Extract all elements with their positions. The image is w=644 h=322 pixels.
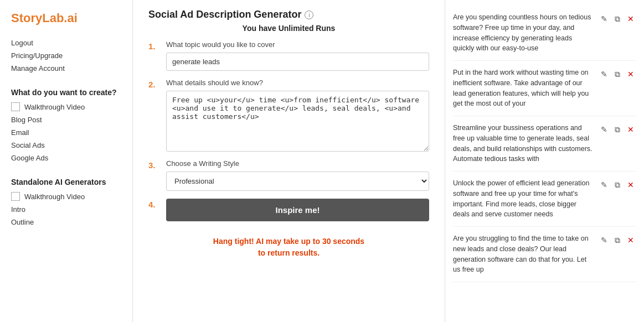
- unlimited-runs-label: You have Unlimited Runs: [148, 24, 429, 33]
- edit-icon-1[interactable]: ✎: [599, 69, 610, 80]
- sidebar-item-standalone-walkthrough-label: Walkthrough Video: [24, 193, 85, 201]
- step-2-inner: What details should we know? Free up <u>…: [166, 79, 429, 152]
- page-title: Social Ad Description Generator: [148, 9, 301, 20]
- sidebar-item-standalone-walkthrough[interactable]: Walkthrough Video: [11, 192, 121, 201]
- step-4-row: 4. Inspire me!: [148, 199, 429, 221]
- sidebar-item-intro[interactable]: Intro: [11, 205, 121, 214]
- sidebar-item-walkthrough-video-label: Walkthrough Video: [24, 103, 85, 111]
- copy-icon-1[interactable]: ⧉: [612, 69, 623, 80]
- result-text-2: Streamline your bussiness operations and…: [453, 123, 594, 164]
- logo-text: StoryLab.ai: [11, 11, 78, 25]
- step-1-label: What topic would you like to cover: [166, 40, 429, 49]
- edit-icon-4[interactable]: ✎: [599, 235, 610, 246]
- sidebar-section1-items: Walkthrough VideoBlog PostEmailSocial Ad…: [11, 102, 121, 167]
- form-section: 1. What topic would you like to cover 2.…: [148, 40, 429, 259]
- step-2-row: 2. What details should we know? Free up …: [148, 79, 429, 152]
- result-item-0: Are you spending countless hours on tedi…: [453, 6, 636, 61]
- edit-icon-0[interactable]: ✎: [599, 13, 610, 24]
- step-2-label: What details should we know?: [166, 79, 429, 87]
- step-3-label: Choose a Writing Style: [166, 159, 429, 168]
- result-item-2: Streamline your bussiness operations and…: [453, 116, 636, 172]
- sidebar-item-outline[interactable]: Outline: [11, 218, 121, 226]
- results-panel: Are you spending countless hours on tedi…: [445, 0, 644, 322]
- result-text-4: Are you struggling to find the time to t…: [453, 233, 594, 275]
- step-2-num: 2.: [148, 79, 161, 89]
- pricing-link[interactable]: Pricing/Upgrade: [11, 51, 121, 60]
- result-text-3: Unlock the power of efficient lead gener…: [453, 178, 594, 220]
- main-content: Social Ad Description Generator i You ha…: [133, 0, 445, 322]
- waiting-message: Hang tight! AI may take up to 30 seconds…: [148, 236, 429, 259]
- result-text-0: Are you spending countless hours on tedi…: [453, 12, 594, 54]
- sidebar-item-social-ads[interactable]: Social Ads: [11, 141, 121, 149]
- waiting-line1: Hang tight! AI may take up to 30 seconds: [213, 237, 364, 246]
- result-actions-2: ✎⧉✕: [599, 124, 636, 135]
- step-1-num: 1.: [148, 40, 161, 51]
- close-icon-1[interactable]: ✕: [625, 69, 636, 80]
- sidebar-item-blog-post[interactable]: Blog Post: [11, 116, 121, 124]
- result-text-1: Put in the hard work without wasting tim…: [453, 67, 594, 109]
- step-1-row: 1. What topic would you like to cover: [148, 40, 429, 71]
- step-4-num: 4.: [148, 199, 161, 209]
- section1-title: What do you want to create?: [11, 88, 121, 97]
- copy-icon-3[interactable]: ⧉: [612, 179, 623, 190]
- close-icon-2[interactable]: ✕: [625, 124, 636, 135]
- close-icon-3[interactable]: ✕: [625, 179, 636, 190]
- writing-style-select[interactable]: ProfessionalCasualFriendlyFormal: [166, 172, 429, 191]
- sidebar: StoryLab.ai LogoutPricing/UpgradeManage …: [0, 0, 133, 322]
- sidebar-nav: LogoutPricing/UpgradeManage Account: [11, 39, 121, 77]
- step-3-num: 3.: [148, 159, 161, 170]
- edit-icon-3[interactable]: ✎: [599, 179, 610, 190]
- inspire-button[interactable]: Inspire me!: [166, 199, 429, 221]
- section2-title: Standalone AI Generators: [11, 178, 121, 186]
- sidebar-item-email[interactable]: Email: [11, 128, 121, 137]
- result-actions-1: ✎⧉✕: [599, 69, 636, 80]
- manage-account-link[interactable]: Manage Account: [11, 64, 121, 72]
- info-icon[interactable]: i: [305, 11, 313, 19]
- sidebar-item-walkthrough-video[interactable]: Walkthrough Video: [11, 102, 121, 111]
- close-icon-4[interactable]: ✕: [625, 235, 636, 246]
- result-actions-4: ✎⧉✕: [599, 235, 636, 246]
- result-item-4: Are you struggling to find the time to t…: [453, 227, 636, 282]
- result-item-3: Unlock the power of efficient lead gener…: [453, 172, 636, 227]
- step-3-inner: Choose a Writing Style ProfessionalCasua…: [166, 159, 429, 191]
- sidebar-section2-items: Walkthrough VideoIntroOutline: [11, 192, 121, 231]
- step-3-row: 3. Choose a Writing Style ProfessionalCa…: [148, 159, 429, 191]
- topic-input[interactable]: [166, 53, 429, 71]
- sidebar-item-standalone-walkthrough-checkbox[interactable]: [11, 192, 20, 201]
- sidebar-item-walkthrough-video-checkbox[interactable]: [11, 102, 20, 111]
- copy-icon-2[interactable]: ⧉: [612, 124, 623, 135]
- sidebar-item-google-ads[interactable]: Google Ads: [11, 154, 121, 162]
- page-title-row: Social Ad Description Generator i: [148, 9, 429, 20]
- edit-icon-2[interactable]: ✎: [599, 124, 610, 135]
- result-item-1: Put in the hard work without wasting tim…: [453, 61, 636, 116]
- close-icon-0[interactable]: ✕: [625, 13, 636, 24]
- result-actions-3: ✎⧉✕: [599, 179, 636, 190]
- result-actions-0: ✎⧉✕: [599, 13, 636, 24]
- copy-icon-4[interactable]: ⧉: [612, 235, 623, 246]
- copy-icon-0[interactable]: ⧉: [612, 13, 623, 24]
- waiting-line2: to return results.: [258, 248, 320, 257]
- logo: StoryLab.ai: [11, 11, 121, 25]
- logout-link[interactable]: Logout: [11, 39, 121, 47]
- step-4-inner: Inspire me!: [166, 199, 429, 221]
- step-1-inner: What topic would you like to cover: [166, 40, 429, 71]
- details-textarea[interactable]: Free up <u>your</u> time <u>from ineffic…: [166, 91, 429, 152]
